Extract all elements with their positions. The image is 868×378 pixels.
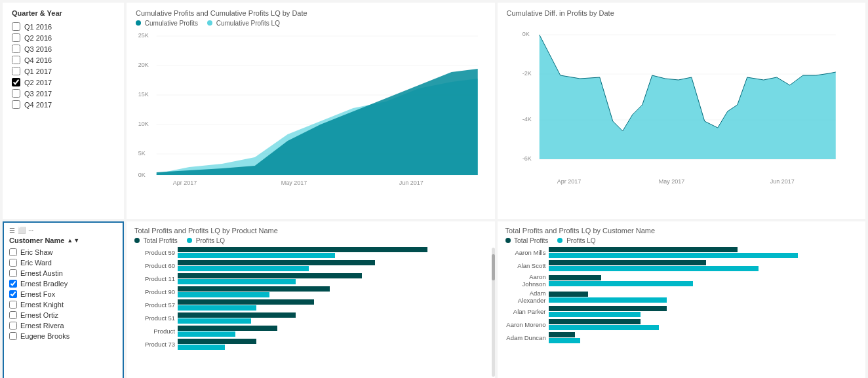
product-bar-label: Product 51 xyxy=(134,314,175,322)
product-bar-group xyxy=(178,326,487,337)
customer-bar-group xyxy=(549,306,858,317)
cumulative-diff-chart: Cumulative Diff. in Profits by Date 0K -… xyxy=(498,3,866,219)
product-scrollbar[interactable] xyxy=(492,248,495,377)
customer-total-bar xyxy=(549,260,706,265)
customer-chart-title: Total Profits and Profits LQ by Customer… xyxy=(505,227,858,235)
product-bar-group xyxy=(178,312,487,324)
product-bar-label: Product 59 xyxy=(134,249,175,256)
customer-bars-container: Aaron MillsAlan ScottAaron JohnsonAdam A… xyxy=(505,247,858,343)
product-lq-bar xyxy=(178,305,256,311)
dashboard: Quarter & Year Q1 2016Q2 2016Q3 2016Q4 2… xyxy=(0,0,868,378)
product-bar-group xyxy=(178,339,487,350)
svg-text:0K: 0K xyxy=(138,172,146,178)
product-bar-row: Product 90 xyxy=(134,286,487,297)
product-bar-label: Product 11 xyxy=(134,275,175,282)
customer-lq-bar xyxy=(549,325,659,330)
customer-filter-item[interactable]: Ernest Knight xyxy=(9,299,117,310)
bottom-charts-area: Total Profits and Profits LQ by Product … xyxy=(127,221,865,378)
product-lq-bar xyxy=(178,279,296,284)
customer-bar-row: Aaron Mills xyxy=(505,247,858,258)
customer-total-bar xyxy=(549,319,641,324)
customer-bar-row: Aaron Moreno xyxy=(505,319,858,330)
product-bar-label: Product xyxy=(134,328,175,335)
quarter-item[interactable]: Q4 2017 xyxy=(12,99,115,110)
customer-lq-bar xyxy=(549,266,759,271)
product-bar-row: Product 60 xyxy=(134,260,487,271)
cumulative-svg: 25K 20K 15K 10K 5K 0K Apr 2017 May 2 xyxy=(136,29,486,187)
quarter-item[interactable]: Q3 2016 xyxy=(12,43,115,54)
legend-dot-cust-total xyxy=(505,238,511,243)
customer-filter-item[interactable]: Eric Ward xyxy=(9,257,117,268)
product-bar-label: Product 60 xyxy=(134,262,175,269)
customer-filter-item-label: Eric Shaw xyxy=(20,248,53,256)
customer-filter-label: Customer Name xyxy=(9,236,64,244)
product-total-bar xyxy=(178,273,362,278)
legend-cust-total: Total Profits xyxy=(505,237,549,244)
svg-text:Jun 2017: Jun 2017 xyxy=(770,178,794,185)
sort-asc-icon[interactable]: ▲ xyxy=(67,237,73,244)
quarter-item-label: Q4 2016 xyxy=(24,56,52,64)
customer-total-bar xyxy=(549,275,601,280)
quarter-item-label: Q4 2017 xyxy=(24,101,52,109)
customer-lq-bar xyxy=(549,253,799,258)
quarter-item[interactable]: Q2 2016 xyxy=(12,32,115,43)
customer-total-bar xyxy=(549,292,588,297)
customer-filter-item[interactable]: Eugene Brooks xyxy=(9,331,117,341)
customer-bar-group xyxy=(549,260,858,271)
quarter-item[interactable]: Q1 2017 xyxy=(12,66,115,77)
product-total-bar xyxy=(178,286,330,292)
sort-desc-icon[interactable]: ▼ xyxy=(73,237,79,244)
product-lq-bar xyxy=(178,318,251,324)
customer-filter-item[interactable]: Ernest Fox xyxy=(9,289,117,299)
diff-svg: 0K -2K -4K -6K Apr 2017 May 2017 Jun 201… xyxy=(507,20,857,193)
svg-text:May 2017: May 2017 xyxy=(658,178,684,185)
customer-chart-legend: Total Profits Profits LQ xyxy=(505,237,858,244)
customer-lq-bar xyxy=(549,281,693,286)
product-lq-bar xyxy=(178,292,269,297)
customer-filter-item-label: Ernest Ortiz xyxy=(20,311,58,319)
product-legend: Total Profits Profits LQ xyxy=(134,237,487,244)
customer-bar-row: Adam Duncan xyxy=(505,332,858,343)
quarter-year-filter: Quarter & Year Q1 2016Q2 2016Q3 2016Q4 2… xyxy=(3,3,124,219)
product-lq-bar xyxy=(178,331,235,337)
product-chart-title: Total Profits and Profits LQ by Product … xyxy=(134,227,487,235)
quarter-item[interactable]: Q4 2016 xyxy=(12,54,115,66)
more-icon[interactable]: ··· xyxy=(28,227,33,234)
customer-bar-group xyxy=(549,275,858,286)
customer-bar-group xyxy=(549,332,858,343)
customer-filter-item[interactable]: Eric Shaw xyxy=(9,247,117,257)
product-bar-group xyxy=(178,299,487,311)
sort-arrows[interactable]: ▲ ▼ xyxy=(67,237,79,244)
legend-cust-lq: Profits LQ xyxy=(557,237,595,244)
quarter-item[interactable]: Q1 2016 xyxy=(12,21,115,32)
customer-filter-item[interactable]: Ernest Ortiz xyxy=(9,310,117,320)
expand-icon[interactable]: ⬜ xyxy=(18,227,26,234)
svg-text:10K: 10K xyxy=(138,121,149,127)
customer-filter-title-row: Customer Name ▲ ▼ xyxy=(9,236,117,244)
legend-dot-profits xyxy=(136,20,141,26)
quarter-item[interactable]: Q2 2017 xyxy=(12,77,115,88)
product-bar-group xyxy=(178,247,487,258)
product-bar-group xyxy=(178,273,487,284)
customer-bar-row: Alan Scott xyxy=(505,260,858,271)
legend-total-profits: Total Profits xyxy=(134,237,178,244)
product-total-bar xyxy=(178,339,256,344)
product-scrollbar-thumb[interactable] xyxy=(492,254,495,280)
customer-bar-group xyxy=(549,292,858,303)
svg-text:-2K: -2K xyxy=(522,70,531,77)
filter-header: ☰ ⬜ ··· xyxy=(9,227,117,234)
svg-text:Apr 2017: Apr 2017 xyxy=(173,180,197,186)
customer-lq-bar xyxy=(549,338,580,343)
customer-bar-group xyxy=(549,319,858,330)
customer-filter-item[interactable]: Ernest Austin xyxy=(9,268,117,278)
filter-icon-bar: ☰ ⬜ ··· xyxy=(9,227,33,234)
product-bars-container: Product 59Product 60Product 11Product 90… xyxy=(134,247,487,350)
hamburger-icon[interactable]: ☰ xyxy=(9,227,15,234)
customer-filter-item[interactable]: Ernest Bradley xyxy=(9,278,117,289)
legend-cumulative-lq: Cumulative Profits LQ xyxy=(207,20,280,27)
customer-lq-bar xyxy=(549,297,667,303)
quarter-item[interactable]: Q3 2017 xyxy=(12,88,115,99)
customer-filter-item-label: Ernest Rivera xyxy=(20,322,64,330)
quarter-item-label: Q2 2017 xyxy=(24,79,52,86)
customer-filter-item[interactable]: Ernest Rivera xyxy=(9,320,117,331)
